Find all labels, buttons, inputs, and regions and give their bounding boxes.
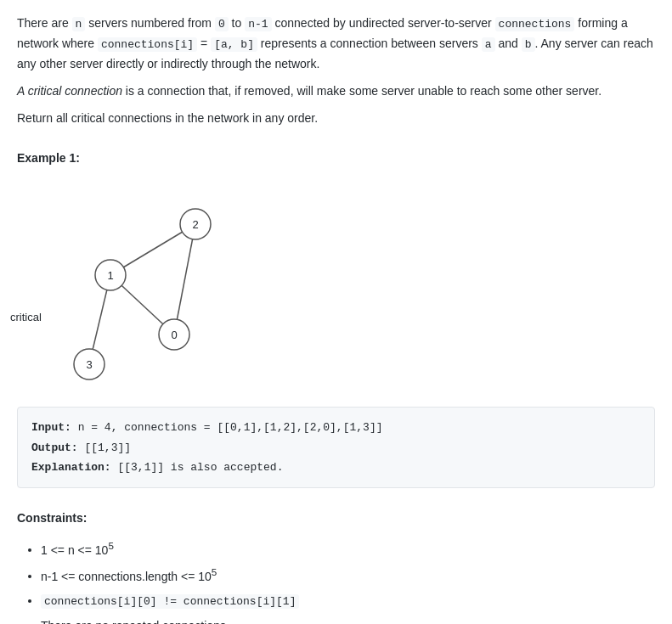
critical-connection-italic: A critical connection [17,84,122,98]
description-line1: There are n servers numbered from 0 to n… [17,14,655,73]
node-0-label: 0 [171,329,177,341]
output-value: [[1,3]] [84,441,131,454]
constraints-section: Constraints: 1 <= n <= 105 n-1 <= connec… [17,509,655,624]
constraint-2: n-1 <= connections.length <= 105 [41,565,655,586]
graph-svg: 0 1 2 3 [42,186,263,390]
example-output: Output: [[1,3]] [31,438,641,458]
constraint-4: There are no repeated connections. [41,616,655,624]
example-explanation: Explanation: [[3,1]] is also accepted. [31,458,641,477]
example-input: Input: n = 4, connections = [[0,1],[1,2]… [31,418,641,437]
example-section: Example 1: critical [17,149,655,489]
constraint-1: 1 <= n <= 105 [41,538,655,559]
b-code: b [522,37,535,52]
node-2-label: 2 [192,218,198,231]
constraints-list: 1 <= n <= 105 n-1 <= connections.length … [17,538,655,624]
conni-code: connections[i] [98,37,197,52]
connections-code: connections [495,17,575,31]
node-1-label: 1 [107,269,113,282]
n-code: n [72,17,86,31]
description-line3: Return all critical connections in the n… [17,109,655,127]
input-label: Input: [31,421,71,434]
ab-code: [a, b] [211,37,257,52]
n1-code: n-1 [245,17,271,31]
graph-diagram: 0 1 2 3 [42,186,263,390]
input-value: n = 4, connections = [[0,1],[1,2],[2,0],… [78,421,383,434]
constraint-3-code: connections[i][0] != connections[i][1] [41,594,299,609]
a-code: a [482,37,495,52]
explanation-value: [[3,1]] is also accepted. [117,461,283,474]
problem-description: There are n servers numbered from 0 to n… [17,14,655,624]
explanation-label: Explanation: [31,461,111,474]
output-label: Output: [31,441,78,454]
constraint-3: connections[i][0] != connections[i][1] [41,591,655,611]
edge-2-0 [174,224,195,334]
and-text: and [498,37,517,50]
zero-code: 0 [215,17,229,31]
constraints-title: Constraints: [17,509,655,527]
node-3-label: 3 [86,358,92,371]
example-io-box: Input: n = 4, connections = [[0,1],[1,2]… [17,407,655,488]
description-line2: A critical connection is a connection th… [17,82,655,100]
example-title: Example 1: [17,149,655,167]
critical-label: critical [10,309,42,327]
